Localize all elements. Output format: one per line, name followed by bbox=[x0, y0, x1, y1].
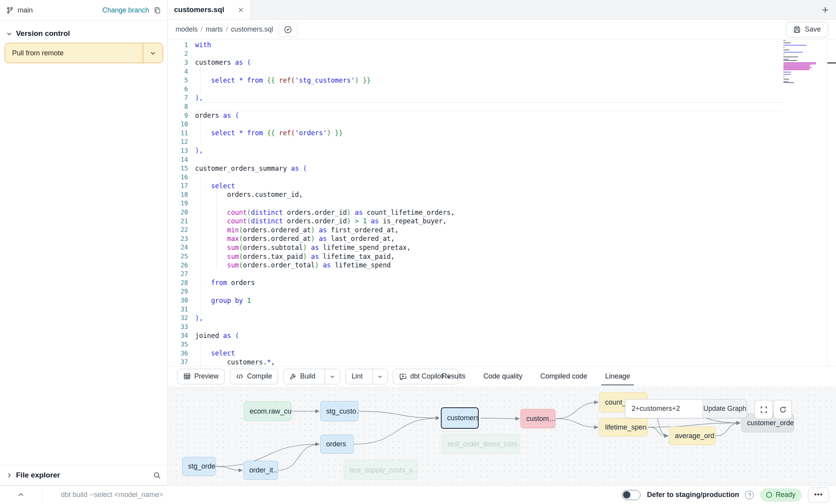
code-line[interactable]: 17 select bbox=[168, 182, 836, 191]
lint-button[interactable]: Lint bbox=[345, 369, 387, 384]
preview-button[interactable]: Preview bbox=[177, 369, 225, 384]
code-line[interactable]: 1with bbox=[168, 41, 836, 50]
line-number: 9 bbox=[168, 112, 195, 119]
code-line[interactable]: 9orders as ( bbox=[168, 111, 836, 120]
line-number: 36 bbox=[168, 350, 195, 357]
breadcrumb-models[interactable]: models bbox=[176, 25, 197, 34]
code-line[interactable]: 18 orders.customer_id, bbox=[168, 190, 836, 199]
compile-button[interactable]: Compile bbox=[230, 369, 278, 384]
pull-from-remote-label: Pull from remote bbox=[5, 49, 143, 57]
pull-dropdown-chevron[interactable] bbox=[143, 50, 163, 56]
new-tab-button[interactable] bbox=[814, 0, 836, 19]
code-line[interactable]: 11 select * from {{ ref('orders') }} bbox=[168, 129, 836, 138]
pull-from-remote-button[interactable]: Pull from remote bbox=[5, 43, 163, 63]
editor-scrollbar[interactable] bbox=[827, 39, 836, 366]
line-number: 23 bbox=[168, 235, 195, 242]
code-line[interactable]: 10 bbox=[168, 120, 836, 129]
code-line[interactable]: 34joined as ( bbox=[168, 331, 836, 340]
panel-tab-lineage[interactable]: Lineage bbox=[605, 366, 630, 386]
close-icon[interactable] bbox=[238, 7, 244, 13]
code-editor[interactable]: 1with23customers as (45 select * from {{… bbox=[168, 39, 836, 366]
lineage-node-ecom[interactable]: ecom.raw_cu… bbox=[244, 401, 291, 421]
lineage-node-test_order_items[interactable]: test_order_items_com… bbox=[442, 434, 520, 454]
panel-tab-results[interactable]: Results bbox=[442, 366, 465, 386]
lint-dropdown-chevron[interactable] bbox=[372, 369, 387, 384]
ready-label: Ready bbox=[776, 491, 795, 499]
lineage-node-lifetime_spend[interactable]: lifetime_spen… bbox=[599, 418, 648, 437]
code-line[interactable]: 27 bbox=[168, 269, 836, 278]
lineage-node-test_supply[interactable]: test_supply_costs_s… bbox=[344, 460, 417, 480]
save-button[interactable]: Save bbox=[786, 22, 828, 37]
code-line[interactable]: 16 bbox=[168, 173, 836, 182]
breadcrumb-marts[interactable]: marts bbox=[206, 25, 223, 34]
editor-toolbar: Preview Compile Build Lint bbox=[168, 366, 836, 386]
panel-tab-code-quality[interactable]: Code quality bbox=[483, 366, 522, 386]
lineage-node-stg_orders[interactable]: stg_orders bbox=[182, 457, 216, 476]
chevron-up-icon[interactable] bbox=[0, 486, 42, 504]
defer-toggle[interactable] bbox=[622, 490, 641, 500]
code-line[interactable]: 23 max(orders.ordered_at) as last_ordere… bbox=[168, 234, 836, 243]
line-number: 37 bbox=[168, 358, 195, 366]
code-line[interactable]: 8 bbox=[168, 102, 836, 111]
code-line[interactable]: 33 bbox=[168, 322, 836, 331]
current-branch[interactable]: main bbox=[6, 6, 33, 14]
code-line[interactable]: 25 sum(orders.tax_paid) as lifetime_tax_… bbox=[168, 252, 836, 261]
graph-selector-input[interactable]: 2+customers+2 bbox=[625, 400, 703, 418]
change-branch-link[interactable]: Change branch bbox=[102, 6, 149, 14]
tab-customers-sql[interactable]: customers.sql bbox=[168, 0, 250, 19]
code-line[interactable]: 26 sum(orders.order_total) as lifetime_s… bbox=[168, 261, 836, 270]
build-button[interactable]: Build bbox=[283, 369, 340, 384]
code-line[interactable]: 3customers as ( bbox=[168, 58, 836, 67]
code-line[interactable]: 20 count(distinct orders.order_id) as co… bbox=[168, 208, 836, 217]
code-line[interactable]: 31 bbox=[168, 305, 836, 314]
code-line[interactable]: 22 min(orders.ordered_at) as first_order… bbox=[168, 225, 836, 234]
code-line[interactable]: 32), bbox=[168, 313, 836, 322]
line-number: 24 bbox=[168, 244, 195, 251]
lineage-node-customers[interactable]: customers bbox=[441, 407, 479, 429]
refresh-icon[interactable] bbox=[774, 400, 792, 419]
code-line[interactable]: 24 sum(orders.subtotal) as lifetime_spen… bbox=[168, 243, 836, 252]
code-line[interactable]: 2 bbox=[168, 50, 836, 58]
compass-icon[interactable] bbox=[279, 22, 297, 37]
minimap[interactable] bbox=[783, 40, 818, 83]
code-line[interactable]: 36 select bbox=[168, 349, 836, 358]
code-line[interactable]: 30 group by 1 bbox=[168, 296, 836, 305]
copilot-icon bbox=[399, 373, 407, 380]
code-line[interactable]: 28 from orders bbox=[168, 278, 836, 287]
code-line[interactable]: 35 bbox=[168, 340, 836, 349]
code-line[interactable]: 29 bbox=[168, 287, 836, 296]
code-line[interactable]: 7), bbox=[168, 94, 836, 103]
code-line[interactable]: 15customer_orders_summary as ( bbox=[168, 164, 836, 173]
update-graph-button[interactable]: Update Graph bbox=[703, 400, 747, 418]
version-control-header[interactable]: Version control bbox=[0, 21, 167, 40]
lineage-node-average_order[interactable]: average_ord… bbox=[669, 426, 716, 445]
lineage-node-order_it[interactable]: order_it… bbox=[243, 461, 278, 480]
code-line[interactable]: 37 customers.*, bbox=[168, 357, 836, 366]
file-explorer-header[interactable]: File explorer bbox=[0, 465, 167, 485]
code-line[interactable]: 4 bbox=[168, 67, 836, 76]
code-line[interactable]: 13), bbox=[168, 146, 836, 155]
code-line[interactable]: 14 bbox=[168, 155, 836, 164]
code-line[interactable]: 19 bbox=[168, 199, 836, 208]
search-icon[interactable] bbox=[153, 471, 161, 479]
panel-tab-compiled-code[interactable]: Compiled code bbox=[540, 366, 587, 386]
line-number: 35 bbox=[168, 341, 195, 348]
copy-icon[interactable] bbox=[154, 7, 161, 14]
breadcrumb-file[interactable]: customers.sql bbox=[231, 25, 273, 34]
code-line[interactable]: 21 count(distinct orders.order_id) > 1 a… bbox=[168, 217, 836, 226]
fullscreen-button[interactable] bbox=[754, 400, 773, 419]
more-options-button[interactable]: ••• bbox=[808, 488, 829, 502]
command-input[interactable]: dbt build --select <model_name> bbox=[61, 491, 163, 499]
code-line[interactable]: 12 bbox=[168, 138, 836, 147]
code-line[interactable]: 6 bbox=[168, 85, 836, 94]
line-number: 11 bbox=[168, 129, 195, 137]
chevron-down-icon bbox=[6, 31, 12, 37]
help-icon[interactable]: ? bbox=[745, 491, 754, 499]
editor-header: models / marts / customers.sql Save bbox=[168, 20, 836, 39]
code-line[interactable]: 5 select * from {{ ref('stg_customers') … bbox=[168, 76, 836, 85]
lineage-node-orders[interactable]: orders bbox=[320, 435, 354, 454]
lineage-node-stg_custo[interactable]: stg_custo… bbox=[320, 401, 359, 421]
lineage-node-custom_pink[interactable]: custom… bbox=[520, 409, 556, 428]
lineage-canvas[interactable]: ecom.raw_cu…stg_custo…customerscustom…or… bbox=[168, 386, 836, 485]
build-dropdown-chevron[interactable] bbox=[325, 369, 340, 384]
